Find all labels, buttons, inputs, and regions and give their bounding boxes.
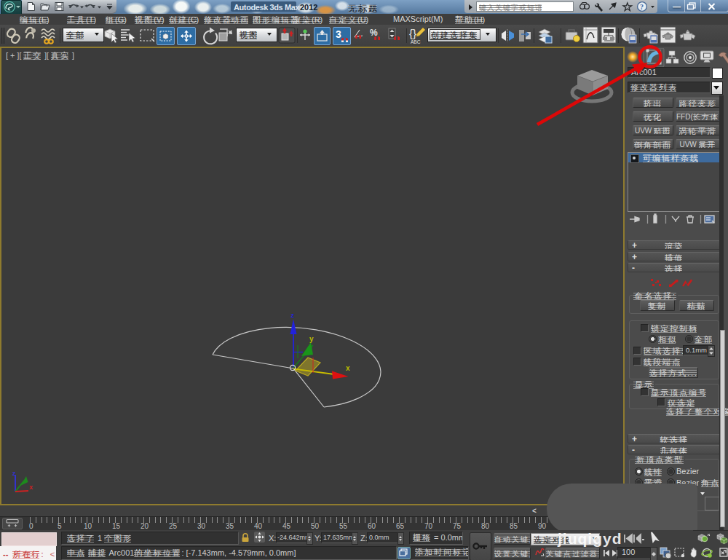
- svg-text:y: y: [309, 335, 314, 343]
- svg-text:x: x: [346, 364, 350, 372]
- svg-text:ABC: ABC: [411, 39, 421, 44]
- svg-text:x: x: [29, 484, 33, 491]
- svg-text:z: z: [12, 470, 16, 477]
- svg-text:z: z: [291, 312, 295, 319]
- svg-text:{}: {}: [409, 27, 416, 39]
- svg-text:?: ?: [640, 3, 644, 11]
